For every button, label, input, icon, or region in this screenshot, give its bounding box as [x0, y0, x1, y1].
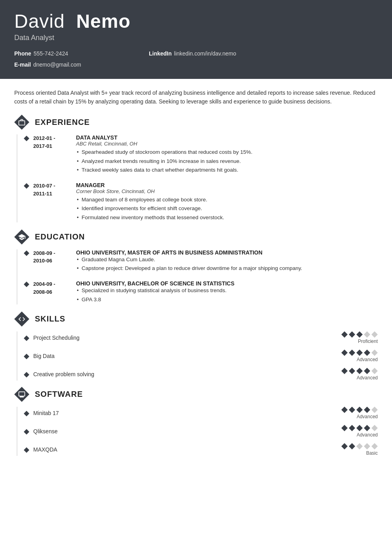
phone-value: 555-742-2424	[34, 49, 68, 58]
software-name-2: Qliksense	[33, 428, 337, 434]
phone-label: Phone	[14, 49, 31, 58]
experience-header: EXPERIENCE	[14, 115, 378, 130]
experience-icon	[14, 115, 29, 130]
skills-list: Project Scheduling Proficient Big Data	[17, 331, 378, 381]
software-name-3: MAXQDA	[33, 446, 337, 453]
skill-level-1: Proficient	[358, 339, 378, 344]
edu-dates-1: 2008-09 - 2010-06	[33, 249, 69, 265]
skill-row-2: Big Data Advanced	[24, 350, 378, 362]
exp-content-1: 2012-01 - 2017-01 DATA ANALYST ABC Retai…	[33, 134, 378, 175]
skills-icon	[14, 312, 29, 327]
education-section: EDUCATION 2008-09 - 2010-06 Ohio Univers…	[14, 230, 378, 304]
software-header: SOFTWARE	[14, 387, 378, 402]
skill-row-1: Project Scheduling Proficient	[24, 331, 378, 344]
skill-name-1: Project Scheduling	[33, 335, 337, 341]
exp-content-2: 2010-07 - 2011-11 MANAGER Corner Book St…	[33, 182, 378, 222]
edu-bullets-2: Specialized in studying statistical anal…	[76, 287, 378, 304]
experience-timeline: 2012-01 - 2017-01 DATA ANALYST ABC Retai…	[17, 134, 378, 222]
edu-bullet-2	[24, 281, 29, 287]
skill-rating-3: Advanced	[341, 368, 378, 381]
software-row-3: MAXQDA Basic	[24, 443, 378, 456]
software-level-2: Advanced	[357, 432, 378, 438]
sdot-1-1	[341, 407, 348, 413]
exp-bullets-2: Managed team of 8 employees at college b…	[76, 196, 378, 222]
exp-date-end-2: 2011-11	[33, 190, 69, 198]
education-icon	[14, 230, 29, 245]
exp-details-2: MANAGER Corner Book Store, Cincinnati, O…	[76, 182, 378, 222]
software-bullet-1	[24, 411, 29, 416]
edu-dates-2: 2004-09 - 2008-06	[33, 280, 69, 296]
edu-degree-2: Ohio University, Bachelor of Science in …	[76, 280, 378, 287]
experience-title: EXPERIENCE	[35, 118, 90, 127]
exp-bullet-2-1: Identified improvements for efficient sh…	[76, 205, 378, 212]
exp-bullet-2-2: Formulated new inventory methods that le…	[76, 214, 378, 222]
software-row-1: Minitab 17 Advanced	[24, 407, 378, 419]
skill-dots-1	[341, 331, 378, 338]
skill-name-3: Creative problem solving	[33, 371, 337, 377]
email-label: E-mail	[14, 60, 31, 69]
contact-linkedin: LinkedIn linkedin.com/in/dav.nemo	[149, 49, 284, 58]
skill-rating-2: Advanced	[341, 350, 378, 362]
monitor-icon	[18, 390, 26, 398]
linkedin-label: LinkedIn	[149, 49, 172, 58]
sdot-2-4	[364, 425, 370, 431]
edu-main-1: 2008-09 - 2010-06 Ohio University, Maste…	[33, 249, 378, 274]
first-name: David	[14, 11, 65, 32]
dot-1-4	[364, 331, 370, 338]
skill-row-3: Creative problem solving Advanced	[24, 368, 378, 381]
software-bullet-3	[24, 447, 29, 453]
dot-1-3	[356, 331, 363, 338]
sdot-2-5	[371, 425, 378, 431]
sdot-1-3	[356, 407, 363, 413]
education-title: EDUCATION	[35, 232, 85, 241]
linkedin-value: linkedin.com/in/dav.nemo	[174, 49, 236, 58]
header-title: Data Analyst	[14, 34, 378, 42]
exp-date-end-1: 2017-01	[33, 142, 69, 150]
education-header: EDUCATION	[14, 230, 378, 245]
dot-2-5	[371, 350, 378, 356]
software-bullet-2	[24, 429, 29, 434]
software-level-3: Basic	[366, 450, 378, 456]
briefcase-icon	[18, 118, 26, 126]
edu-date-end-2: 2008-06	[33, 288, 69, 296]
software-row-2: Qliksense Advanced	[24, 425, 378, 438]
dot-3-5	[371, 368, 378, 374]
software-list: Minitab 17 Advanced Qliksense	[17, 407, 378, 456]
edu-main-2: 2004-09 - 2008-06 Ohio University, Bache…	[33, 280, 378, 304]
software-section: SOFTWARE Minitab 17 Advanced	[14, 387, 378, 456]
dot-3-3	[356, 368, 363, 374]
edu-bullet-2-0: Specialized in studying statistical anal…	[76, 287, 378, 295]
email-value: dnemo@gmail.com	[33, 60, 81, 69]
edu-entry-1: 2008-09 - 2010-06 Ohio University, Maste…	[24, 249, 378, 274]
skills-header: SKILLS	[14, 312, 378, 327]
skill-level-2: Advanced	[357, 357, 378, 362]
exp-company-2: Corner Book Store, Cincinnati, OH	[76, 188, 378, 194]
exp-details-1: DATA ANALYST ABC Retail, Cincinnati, OH …	[76, 134, 378, 175]
exp-job-1: DATA ANALYST	[76, 134, 378, 141]
sdot-1-5	[371, 407, 378, 413]
skill-bullet-2	[24, 354, 29, 359]
edu-content-2: 2004-09 - 2008-06 Ohio University, Bache…	[33, 280, 378, 304]
skills-svg-icon	[18, 315, 26, 323]
edu-bullet-1-0: Graduated Magna Cum Laude.	[76, 256, 378, 264]
dot-2-4	[364, 350, 370, 356]
skill-dots-2	[341, 350, 378, 356]
dot-1-5	[371, 331, 378, 338]
edu-content-1: 2008-09 - 2010-06 Ohio University, Maste…	[33, 249, 378, 274]
summary-text: Process oriented Data Analyst with 5+ ye…	[14, 88, 378, 106]
skill-level-3: Advanced	[357, 375, 378, 381]
dot-3-1	[341, 368, 348, 374]
skill-bullet-3	[24, 372, 29, 377]
software-icon	[14, 387, 29, 402]
edu-date-start-1: 2008-09 -	[33, 249, 69, 257]
experience-section: EXPERIENCE 2012-01 - 2017-01 DATA ANALYS…	[14, 115, 378, 222]
sdot-3-4	[364, 443, 370, 450]
last-name: Nemo	[76, 11, 130, 32]
bullet-2	[24, 183, 29, 189]
exp-bullet-1-1: Analyzed market trends resulting in 10% …	[76, 157, 378, 165]
exp-company-1: ABC Retail, Cincinnati, OH	[76, 141, 378, 147]
contact-phone: Phone 555-742-2424	[14, 49, 149, 58]
skill-name-2: Big Data	[33, 353, 337, 359]
dot-2-3	[356, 350, 363, 356]
skills-section: SKILLS Project Scheduling Proficient	[14, 312, 378, 381]
